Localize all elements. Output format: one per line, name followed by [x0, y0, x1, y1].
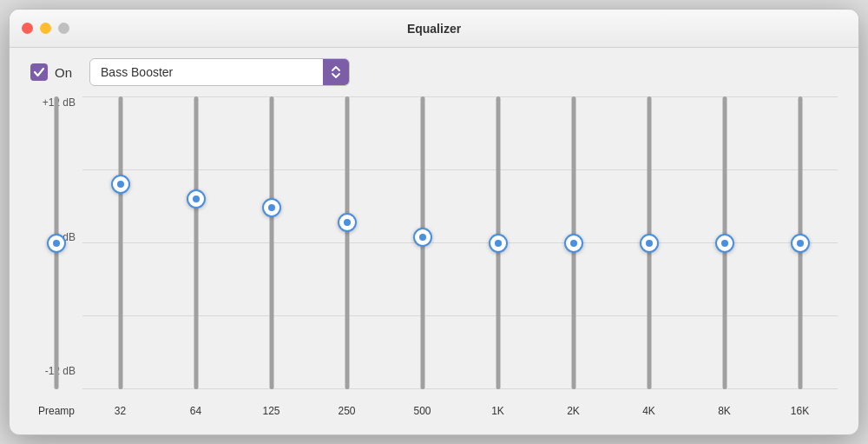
band-thumb-64[interactable]: [187, 189, 206, 209]
freq-labels: 32641252505001K2K4K8K16K: [82, 389, 838, 421]
freq-label-32: 32: [82, 389, 158, 421]
preset-selector[interactable]: Bass Booster: [89, 58, 350, 86]
on-toggle[interactable]: On: [30, 63, 72, 81]
freq-label-500: 500: [385, 389, 460, 421]
band-thumb-16K[interactable]: [791, 234, 810, 253]
preamp-track-area: [30, 96, 82, 389]
band-col-4K: [611, 96, 687, 389]
band-track-125: [269, 96, 273, 389]
band-col-1K: [460, 96, 536, 389]
band-thumb-125[interactable]: [262, 198, 281, 217]
band-thumb-500[interactable]: [413, 228, 432, 247]
band-thumb-4K[interactable]: [640, 234, 659, 253]
maximize-button[interactable]: [58, 23, 69, 34]
preset-arrows-button[interactable]: [323, 59, 349, 85]
freq-label-125: 125: [233, 389, 309, 421]
band-col-32: [82, 96, 158, 389]
band-track-32: [118, 96, 122, 389]
band-col-250: [309, 96, 385, 389]
checkbox-box: [30, 63, 48, 81]
eq-area: +12 dB 0 dB -12 dB Preamp 32641252505001…: [10, 96, 858, 434]
band-track-64: [194, 96, 198, 389]
window-controls: [22, 23, 69, 34]
band-col-125: [233, 96, 309, 389]
band-track-250: [345, 96, 349, 389]
close-button[interactable]: [22, 23, 33, 34]
window-title: Equalizer: [407, 22, 461, 36]
freq-label-2K: 2K: [536, 389, 611, 421]
band-thumb-8K[interactable]: [715, 234, 734, 253]
chevron-updown-icon: [329, 65, 343, 79]
on-label: On: [55, 65, 72, 80]
freq-label-8K: 8K: [687, 389, 762, 421]
band-col-500: [385, 96, 460, 389]
band-thumb-1K[interactable]: [489, 234, 508, 253]
eq-grid: +12 dB 0 dB -12 dB Preamp 32641252505001…: [30, 96, 838, 421]
preamp-column: Preamp: [30, 96, 82, 421]
title-bar: Equalizer: [10, 10, 858, 48]
band-col-8K: [687, 96, 762, 389]
band-col-16K: [762, 96, 838, 389]
toolbar: On Bass Booster: [10, 48, 858, 96]
freq-label-64: 64: [158, 389, 233, 421]
freq-label-1K: 1K: [460, 389, 536, 421]
band-thumb-32[interactable]: [111, 175, 130, 194]
band-thumb-2K[interactable]: [564, 234, 583, 253]
preamp-thumb[interactable]: [47, 234, 66, 253]
minimize-button[interactable]: [40, 23, 51, 34]
sliders-container: [82, 96, 838, 389]
preamp-label: Preamp: [30, 389, 82, 421]
band-col-64: [158, 96, 233, 389]
freq-label-4K: 4K: [611, 389, 687, 421]
checkmark-icon: [33, 66, 45, 78]
equalizer-window: Equalizer On Bass Booster: [9, 9, 859, 435]
freq-label-250: 250: [309, 389, 385, 421]
preset-value: Bass Booster: [90, 65, 323, 79]
band-col-2K: [536, 96, 611, 389]
freq-label-16K: 16K: [762, 389, 838, 421]
band-thumb-250[interactable]: [338, 213, 357, 232]
